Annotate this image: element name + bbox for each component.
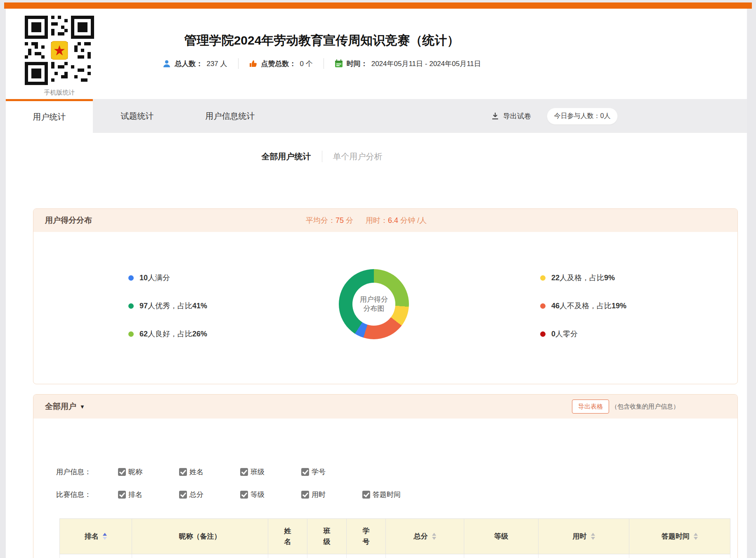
thumbs-up-icon <box>249 59 258 68</box>
checkbox-label: 等级 <box>250 490 265 499</box>
filter-group-label: 用户信息： <box>56 467 118 477</box>
qr-caption: 手机版统计 <box>25 89 94 97</box>
stat-value: 0 个 <box>300 59 313 69</box>
tab-user-info-stats[interactable]: 用户信息统计 <box>182 99 279 133</box>
stat-label: 总人数： <box>175 59 203 69</box>
legend-item: 62人良好，占比26% <box>128 329 207 339</box>
legend-item: 46人不及格，占比19% <box>540 301 626 311</box>
sort-icon <box>103 533 107 540</box>
table-header-cell[interactable]: 答题时间 <box>629 519 730 554</box>
stat-label: 时间： <box>347 59 368 69</box>
stat-time-range: 时间： 2024年05月11日 - 2024年05月11日 <box>335 59 481 69</box>
filter-option: 用时 <box>301 490 362 499</box>
filter-option: 排名 <box>118 490 179 499</box>
table-row: 1131*****5879美全丞22电商4班2230219100满分00:04:… <box>60 554 730 558</box>
score-panel-header: 用户得分分布 平均分：75 分 用时：6.4 分钟 /人 <box>33 209 737 232</box>
checkbox-label: 姓名 <box>189 467 203 477</box>
checkbox[interactable] <box>118 491 126 499</box>
average-time: 用时：6.4 分钟 /人 <box>366 215 427 225</box>
score-panel-title: 用户得分分布 <box>45 215 92 226</box>
table-cell: 00:04:25 <box>539 554 629 558</box>
table-header-cell[interactable]: 用时 <box>539 519 629 554</box>
users-table: 排名昵称（备注）姓名班级学号总分等级用时答题时间 1131*****5879美全… <box>59 518 730 558</box>
main-card: ★ 手机版统计 管理学院2024年劳动教育宣传周知识竞赛（统计） 总人数： 23… <box>6 9 747 558</box>
table-cell: 满分 <box>464 554 539 558</box>
checkbox-label: 昵称 <box>128 467 142 477</box>
table-header-row: 排名昵称（备注）姓名班级学号总分等级用时答题时间 <box>60 519 730 554</box>
divider <box>238 58 239 69</box>
filter-option: 等级 <box>240 490 301 499</box>
checkbox-label: 排名 <box>128 490 142 499</box>
checkbox[interactable] <box>179 468 187 476</box>
checkbox[interactable] <box>240 491 248 499</box>
tab-user-stats[interactable]: 用户统计 <box>6 99 93 133</box>
download-icon <box>491 112 499 120</box>
checkbox-label: 学号 <box>312 467 326 477</box>
calendar-icon <box>335 59 343 68</box>
table-cell: 131*****5879 <box>132 554 268 558</box>
legend-dot <box>128 303 134 309</box>
table-header-cell: 昵称（备注） <box>132 519 268 554</box>
divider <box>324 58 324 69</box>
table-cell: 2230219 <box>347 554 386 558</box>
table-header-cell[interactable]: 总分 <box>386 519 464 554</box>
table-cell: 1 <box>60 554 132 558</box>
filter-option: 姓名 <box>179 467 240 477</box>
table-header-cell: 等级 <box>464 519 539 554</box>
checkbox-label: 用时 <box>312 490 326 499</box>
users-panel-header: 全部用户 ▼ 导出表格 （包含收集的用户信息） <box>33 395 737 418</box>
checkbox[interactable] <box>179 491 187 499</box>
checkbox[interactable] <box>118 468 126 476</box>
table-header-cell[interactable]: 排名 <box>60 519 132 554</box>
score-donut-chart: 用户得分 分布图 <box>339 269 409 339</box>
export-paper-button[interactable]: 导出试卷 <box>491 99 531 133</box>
legend-item: 22人及格，占比9% <box>540 273 615 283</box>
table-header-cell: 班级 <box>307 519 347 554</box>
chevron-down-icon: ▼ <box>80 404 85 410</box>
legend-item: 97人优秀，占比41% <box>128 301 207 311</box>
tab-question-stats[interactable]: 试题统计 <box>93 99 182 133</box>
table-cell: 100 <box>386 554 464 558</box>
filter-option: 班级 <box>240 467 301 477</box>
all-users-panel: 全部用户 ▼ 导出表格 （包含收集的用户信息） 用户信息：昵称姓名班级学号 比赛… <box>33 394 738 558</box>
sort-icon <box>694 533 698 540</box>
legend-dot <box>540 303 546 309</box>
checkbox[interactable] <box>301 468 309 476</box>
export-paper-label: 导出试卷 <box>503 111 531 121</box>
checkbox[interactable] <box>240 468 248 476</box>
stat-value: 2024年05月11日 - 2024年05月11日 <box>371 59 481 69</box>
subtab-all-users[interactable]: 全部用户统计 <box>262 151 311 162</box>
donut-center-label: 用户得分 分布图 <box>352 283 395 326</box>
filter-option: 昵称 <box>118 467 179 477</box>
page-title: 管理学院2024年劳动教育宣传周知识竞赛（统计） <box>99 33 545 48</box>
export-note: （包含收集的用户信息） <box>611 395 679 418</box>
checkbox[interactable] <box>362 491 370 499</box>
table-cell: 22电商4班 <box>307 554 347 558</box>
export-table-button[interactable]: 导出表格 <box>572 400 609 414</box>
header: 管理学院2024年劳动教育宣传周知识竞赛（统计） 总人数： 237 人 点赞总数… <box>99 33 545 69</box>
top-accent-bar <box>4 2 752 9</box>
legend-dot <box>128 275 134 281</box>
stat-value: 237 人 <box>206 59 227 69</box>
divider <box>322 151 322 162</box>
table-header-cell: 学号 <box>347 519 386 554</box>
checkbox-label: 总分 <box>189 490 203 499</box>
user-info-filter-row: 用户信息：昵称姓名班级学号 <box>56 467 362 477</box>
users-panel-title[interactable]: 全部用户 ▼ <box>45 401 85 412</box>
filter-group-label: 比赛信息： <box>56 490 118 499</box>
checkbox-label: 答题时间 <box>373 490 401 499</box>
subtab-single-user[interactable]: 单个用户分析 <box>333 151 383 162</box>
score-panel-summary: 平均分：75 分 用时：6.4 分钟 /人 <box>306 209 427 232</box>
stat-likes: 点赞总数： 0 个 <box>249 59 313 69</box>
filter-option: 学号 <box>301 467 362 477</box>
sort-icon <box>432 533 436 540</box>
table-cell: 美全丞 <box>268 554 307 558</box>
stat-total-users: 总人数： 237 人 <box>163 59 227 69</box>
person-icon <box>163 59 171 68</box>
header-stats: 总人数： 237 人 点赞总数： 0 个 时间： <box>163 58 481 69</box>
table-header-cell: 姓名 <box>268 519 307 554</box>
filter-option: 答题时间 <box>362 490 423 499</box>
legend-item: 0人零分 <box>540 329 578 339</box>
checkbox[interactable] <box>301 491 309 499</box>
legend-dot <box>540 331 546 337</box>
